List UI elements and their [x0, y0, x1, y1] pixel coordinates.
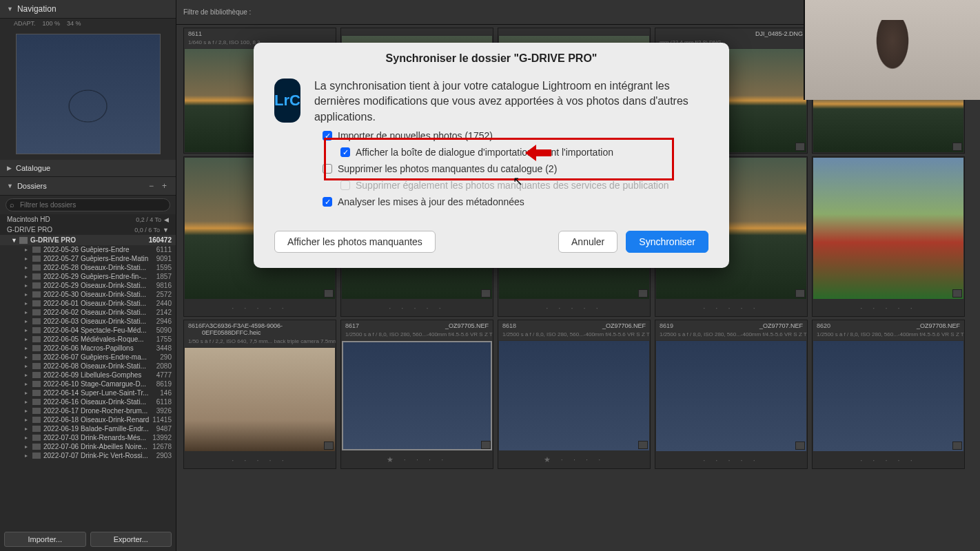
folder-item[interactable]: ▸2022-06-04 Spectacle-Feu-Méd...5090 [0, 326, 176, 335]
rating-stars[interactable]: ★ · · · · [341, 451, 493, 468]
folder-item[interactable]: ▸2022-06-08 Oiseaux-Drink-Stati...2080 [0, 362, 176, 371]
chevron-right-icon: ▸ [25, 247, 30, 253]
thumbnail-cell[interactable]: 8619_OZ97707.NEF1/2500 s à f / 8,0, ISO … [655, 320, 808, 469]
flag-icon[interactable] [638, 441, 648, 449]
rating-stars[interactable]: · · · · · [341, 300, 493, 316]
sync-button[interactable]: Synchroniser [626, 231, 708, 253]
folder-item[interactable]: ▸2022-06-19 Balade-Famille-Endr...9487 [0, 424, 176, 433]
folder-icon [32, 426, 41, 432]
fit-mode[interactable]: ADAPT. [14, 20, 36, 27]
checkbox-checked-icon[interactable]: ✓ [323, 131, 332, 141]
flag-icon[interactable] [638, 289, 648, 298]
chevron-right-icon: ▸ [25, 426, 30, 432]
option-scan-metadata[interactable]: ✓ Analyser les mises à jour des métadonn… [323, 194, 708, 210]
checkbox-checked-icon[interactable]: ✓ [323, 197, 332, 207]
folder-item[interactable]: ▸2022-06-17 Drone-Rocher-brum...3926 [0, 406, 176, 415]
folder-item[interactable]: ▸2022-06-09 Libellules-Gomphes4777 [0, 371, 176, 380]
cancel-button[interactable]: Annuler [558, 231, 617, 253]
plus-icon[interactable]: + [160, 181, 169, 191]
rating-stars[interactable]: · · · · · [813, 452, 964, 468]
rating-stars[interactable]: · · · · · [813, 300, 964, 316]
folder-tree: ▼ G-DRIVE PRO 160472 ▸2022-05-26 Guêpier… [0, 235, 176, 528]
rating-stars[interactable]: · · · · · [655, 452, 807, 468]
folder-icon [32, 363, 41, 369]
folder-root[interactable]: ▼ G-DRIVE PRO 160472 [0, 235, 176, 245]
option-remove-missing[interactable]: Supprimer les photos manquantes du catal… [323, 160, 708, 177]
chevron-right-icon: ▸ [25, 256, 30, 262]
flag-icon[interactable] [795, 289, 805, 298]
folder-item[interactable]: ▸2022-06-05 Médiévales-Roque...1755 [0, 335, 176, 344]
chevron-right-icon: ▸ [25, 309, 30, 315]
flag-icon[interactable] [324, 441, 334, 450]
rating-stars[interactable]: · · · · · [655, 300, 807, 316]
folder-item[interactable]: ▸2022-05-27 Guêpiers-Endre-Matin9091 [0, 254, 176, 263]
checkbox-unchecked-icon[interactable] [323, 164, 332, 174]
thumbnail-image [813, 158, 963, 299]
option-import-new[interactable]: ✓ Importer de nouvelles photos (1752) [323, 127, 708, 144]
zoom-100[interactable]: 100 % [43, 20, 61, 27]
folder-item[interactable]: ▸2022-07-07 Drink-Pic Vert-Rossi...2903 [0, 451, 176, 460]
folder-item[interactable]: ▸2022-05-26 Guêpiers-Endre6111 [0, 245, 176, 254]
folder-icon [32, 354, 41, 360]
show-missing-button[interactable]: Afficher les photos manquantes [274, 231, 436, 253]
chevron-right-icon: ▸ [25, 444, 30, 450]
thumbnail-cell[interactable]: 8618_OZ97706.NEF1/2500 s à f / 8,0, ISO … [498, 320, 651, 469]
folder-item[interactable]: ▸2022-06-10 Stage-Camargue-D...8619 [0, 380, 176, 388]
folder-search-input[interactable] [6, 198, 170, 211]
chevron-right-icon: ▸ [25, 273, 30, 280]
folder-item[interactable]: ▸2022-05-29 Guêpiers-Endre-fin-...1857 [0, 272, 176, 281]
folder-item[interactable]: ▸2022-06-01 Oiseaux-Drink-Stati...2440 [0, 299, 176, 308]
folder-item[interactable]: ▸2022-07-03 Drink-Renards-Més...13992 [0, 433, 176, 442]
chevron-right-icon: ▸ [25, 399, 30, 405]
rating-stars[interactable]: · · · · · [498, 300, 650, 316]
flag-icon[interactable] [952, 441, 962, 450]
flag-icon[interactable] [324, 289, 334, 298]
navigation-panel-header[interactable]: ▼ Navigation [0, 0, 176, 19]
folder-item[interactable]: ▸2022-05-28 Oiseaux-Drink-Stati...1595 [0, 263, 176, 272]
folder-item[interactable]: ▸2022-07-06 Drink-Abeilles Noire...12678 [0, 442, 176, 451]
folder-item[interactable]: ▸2022-06-16 Oiseaux-Drink-Stati...6118 [0, 397, 176, 406]
folder-item[interactable]: ▸2022-05-30 Oiseaux-Drink-Stati...2572 [0, 290, 176, 299]
thumbnail-cell[interactable]: · · · · · [812, 156, 965, 317]
folder-icon [32, 256, 41, 262]
folder-icon [19, 237, 28, 244]
preview-thumbnail[interactable] [16, 34, 161, 154]
thumbnail-cell[interactable]: 8617_OZ97705.NEF1/2500 s à f / 8,0, ISO … [340, 320, 493, 469]
catalogue-panel-header[interactable]: ▶ Catalogue [0, 160, 176, 177]
flag-icon[interactable] [795, 441, 805, 450]
flag-icon[interactable] [481, 289, 491, 298]
chevron-right-icon: ▸ [25, 417, 30, 423]
flag-icon[interactable] [952, 289, 962, 298]
rating-stars[interactable]: ★ · · · · [498, 451, 650, 468]
folder-item[interactable]: ▸2022-06-18 Oiseaux-Drink-Renard11415 [0, 415, 176, 424]
dialog-description: La synchronisation tient à jour votre ca… [314, 79, 708, 125]
rating-stars[interactable]: · · · · · [184, 300, 336, 316]
option-show-import-dialog[interactable]: ✓ Afficher la boîte de dialogue d'import… [323, 144, 708, 160]
chevron-right-icon: ▸ [25, 372, 30, 378]
folder-item[interactable]: ▸2022-06-03 Oiseaux-Drink-Stati...2946 [0, 317, 176, 326]
folder-item[interactable]: ▸2022-06-07 Guêpiers-Endre-ma...290 [0, 353, 176, 362]
flag-icon[interactable] [795, 143, 805, 151]
thumbnail-cell[interactable]: 8620_OZ97708.NEF1/2500 s à f / 8,0, ISO … [812, 320, 965, 469]
folder-item[interactable]: ▸2022-06-06 Macros-Papillons3448 [0, 344, 176, 353]
minus-icon[interactable]: − [147, 181, 156, 191]
folder-icon [32, 453, 41, 459]
dossiers-panel-header[interactable]: ▼ Dossiers − + [0, 177, 176, 196]
drive-gdrive[interactable]: G-DRIVE PRO 0,0 / 6 To ▼ [0, 225, 176, 235]
zoom-pct[interactable]: 34 % [67, 20, 81, 27]
folder-item[interactable]: ▸2022-06-02 Oiseaux-Drink-Stati...2142 [0, 308, 176, 317]
rating-stars[interactable]: · · · · · [184, 452, 336, 468]
export-button[interactable]: Exporter... [90, 532, 172, 547]
flag-icon[interactable] [481, 441, 491, 449]
thumbnail-cell[interactable]: 8616FA3C6936-F3AE-4598-9006-0EFE0588DFFC… [183, 320, 336, 469]
folder-icon [32, 435, 41, 441]
folder-icon [32, 327, 41, 333]
drive-macintosh[interactable]: Macintosh HD 0,2 / 4 To ◀ [0, 214, 176, 225]
folder-item[interactable]: ▸2022-06-14 Super-Lune-Saint-Tr...146 [0, 388, 176, 397]
import-button[interactable]: Importer... [4, 532, 86, 547]
folder-icon [32, 247, 41, 253]
folder-icon [32, 417, 41, 423]
flag-icon[interactable] [952, 143, 962, 151]
folder-item[interactable]: ▸2022-05-29 Oiseaux-Drink-Stati...9816 [0, 281, 176, 290]
checkbox-checked-icon[interactable]: ✓ [340, 147, 350, 157]
